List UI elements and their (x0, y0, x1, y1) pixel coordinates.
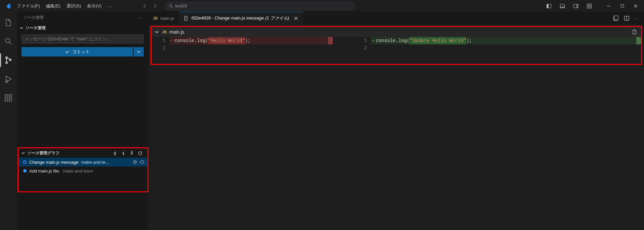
layout-toggle-secondary-side-icon[interactable] (569, 1, 582, 11)
split-editor-icon[interactable] (624, 15, 630, 21)
check-icon (65, 49, 70, 54)
nav-back-icon[interactable] (142, 3, 147, 9)
gutter-left: 1 2 (151, 37, 170, 64)
plus-sign: + (372, 37, 374, 44)
source-control-graph-section: ソース管理グラフ Change main.js message make-and… (17, 147, 148, 192)
tab-close-icon[interactable] (294, 16, 298, 21)
panel-title: ソース管理 (24, 15, 44, 21)
graph-header-label: ソース管理グラフ (27, 150, 59, 156)
section-header-label: ソース管理 (26, 25, 46, 31)
panel-more-icon[interactable]: ··· (139, 15, 142, 20)
graph-fetch-icon[interactable] (121, 151, 126, 156)
source-control-panel: ソース管理 ··· ソース管理 メッセージ (Ctrl+Enter で "mai… (17, 12, 148, 230)
svg-rect-11 (590, 6, 592, 8)
activity-bar (0, 12, 17, 230)
activity-run-debug-icon[interactable] (0, 71, 16, 87)
chevron-down-icon (20, 151, 26, 155)
svg-point-31 (134, 161, 136, 163)
vscode-logo-icon (2, 3, 14, 9)
layout-toggle-primary-side-icon[interactable] (543, 1, 555, 11)
graph-pull-icon[interactable] (112, 151, 118, 156)
line-number: 1 (353, 37, 367, 44)
nav-forward-icon[interactable] (152, 3, 157, 9)
svg-rect-24 (5, 99, 8, 101)
tab-diff-active[interactable]: 552e4939 - Change main.js message (1 ファイ… (179, 12, 303, 25)
svg-point-19 (6, 62, 7, 64)
menu-edit[interactable]: 編集(E) (43, 2, 63, 10)
editor-area: JS main.js 552e4939 - Change main.js mes… (148, 12, 644, 230)
diff-line-empty (170, 44, 333, 52)
svg-rect-9 (590, 4, 592, 5)
search-icon (169, 4, 173, 8)
minimap-indicator (636, 37, 641, 44)
svg-rect-25 (9, 99, 12, 101)
commit-button-label: コミット (72, 49, 90, 55)
diff-line-removed: −console.log("Hello World"); (170, 37, 333, 44)
command-center[interactable]: test03 (166, 2, 354, 10)
menu-view[interactable]: 表示(V) (84, 2, 104, 10)
line-number: 2 (353, 44, 367, 52)
tab-label: main.js (160, 16, 174, 21)
activity-source-control-icon[interactable] (0, 52, 16, 68)
editor-more-icon[interactable]: ··· (635, 16, 639, 21)
menu-file[interactable]: ファイル(F) (14, 2, 43, 10)
graph-node-icon (23, 160, 27, 164)
graph-commit-row[interactable]: Add main.js file. make-and-learn (18, 166, 147, 175)
layout-customize-icon[interactable] (583, 1, 596, 11)
svg-rect-3 (547, 4, 549, 8)
title-bar: ファイル(F) 編集(E) 選択(S) 表示(V) … test03 (0, 0, 644, 12)
svg-line-1 (172, 7, 173, 8)
graph-head-badge-icon (133, 160, 137, 164)
menu-more[interactable]: … (105, 2, 115, 10)
graph-push-icon[interactable] (129, 151, 134, 156)
activity-search-icon[interactable] (0, 33, 16, 49)
svg-point-0 (169, 4, 172, 7)
gutter-right: 1 2 (353, 37, 371, 64)
graph-commit-author: make-and-learn (63, 168, 93, 174)
diff-file-header[interactable]: JS main.js (151, 27, 641, 37)
graph-commit-author: make-and-le... (81, 160, 109, 165)
commit-button[interactable]: コミット (21, 47, 133, 56)
window-maximize-icon[interactable] (616, 1, 629, 11)
tab-hash: 552e4939 (191, 15, 211, 21)
commit-message-placeholder: メッセージ (Ctrl+Enter で "main" にコミッ... (25, 36, 110, 42)
layout-toggle-panel-icon[interactable] (556, 1, 569, 11)
menu-bar: ファイル(F) 編集(E) 選択(S) 表示(V) … (14, 2, 115, 10)
tab-suffix: (1 ファイル) (264, 15, 289, 21)
svg-rect-7 (577, 4, 578, 8)
graph-refresh-icon[interactable] (138, 151, 143, 156)
activity-explorer-icon[interactable] (0, 14, 16, 31)
svg-point-16 (5, 38, 10, 43)
graph-cloud-badge-icon (139, 160, 145, 164)
activity-extensions-icon[interactable] (0, 90, 16, 106)
chevron-down-icon (154, 30, 159, 34)
diff-file-icon (184, 16, 189, 21)
diff-pane-left[interactable]: 1 2 −console.log("Hello World"); (151, 37, 333, 64)
section-header-scm[interactable]: ソース管理 (17, 24, 148, 32)
svg-point-18 (6, 57, 7, 59)
svg-line-17 (9, 42, 12, 45)
svg-rect-26 (9, 94, 12, 97)
diff-filename: main.js (169, 29, 184, 35)
open-changes-icon[interactable] (613, 15, 618, 21)
svg-rect-10 (587, 6, 589, 8)
window-minimize-icon[interactable] (602, 1, 615, 11)
window-close-icon[interactable] (629, 1, 642, 11)
menu-select[interactable]: 選択(S) (63, 2, 84, 10)
diff-pane-right[interactable]: 1 2 +console.log("Update Hello World"); (353, 37, 641, 64)
svg-rect-38 (614, 15, 618, 20)
graph-header[interactable]: ソース管理グラフ (18, 148, 147, 158)
commit-message-input[interactable]: メッセージ (Ctrl+Enter で "main" にコミッ... (21, 34, 144, 44)
svg-point-20 (9, 59, 11, 61)
svg-rect-8 (587, 4, 589, 5)
javascript-file-icon: JS (153, 16, 157, 20)
tab-main-js[interactable]: JS main.js (148, 12, 179, 25)
commit-dropdown-button[interactable] (134, 47, 144, 56)
graph-commit-title: Add main.js file. (29, 168, 60, 174)
line-number: 2 (151, 44, 166, 52)
open-file-icon[interactable] (632, 29, 637, 35)
javascript-file-icon: JS (162, 30, 167, 34)
svg-point-27 (114, 154, 116, 155)
graph-commit-row[interactable]: Change main.js message make-and-le... (18, 158, 147, 166)
svg-point-28 (123, 154, 124, 155)
